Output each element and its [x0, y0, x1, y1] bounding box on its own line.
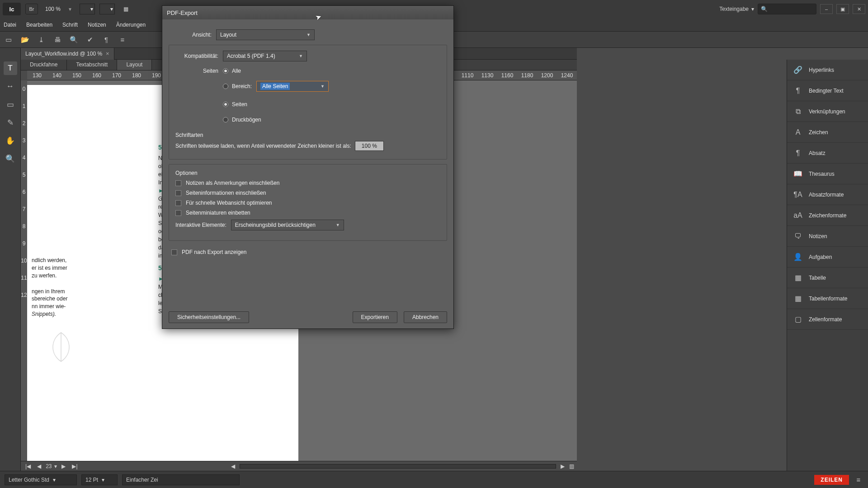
cell-icon: ▢: [793, 315, 803, 324]
export-button[interactable]: Exportieren: [353, 311, 397, 323]
panel-paragraph[interactable]: ¶Absatz: [787, 143, 868, 164]
panel-table-styles[interactable]: ▦Tabellenformate: [787, 288, 868, 309]
checkbox-icon: [175, 190, 181, 196]
radio-range[interactable]: Bereich:: [223, 83, 252, 89]
list-icon[interactable]: ≡: [118, 35, 127, 45]
panel-links[interactable]: ⧉Verknüpfungen: [787, 101, 868, 122]
panel-cell-styles[interactable]: ▢Zellenformate: [787, 309, 868, 330]
panel-table[interactable]: ▦Tabelle: [787, 267, 868, 288]
menu-changes[interactable]: Änderungen: [116, 22, 146, 28]
dialog-titlebar[interactable]: PDF-Export: [162, 6, 453, 19]
check-pageinfo[interactable]: Seiteninformationen einschließen: [175, 190, 440, 196]
chevron-down-icon: ▼: [321, 84, 325, 89]
overflow-indicator[interactable]: ZEILEN: [814, 475, 849, 485]
panel-hyperlinks[interactable]: 🔗Hyperlinks: [787, 60, 868, 80]
tab-story[interactable]: Textabschnitt: [67, 60, 117, 70]
pages-label: Seiten: [175, 68, 223, 74]
spellcheck-icon[interactable]: ✔: [85, 35, 95, 45]
chain-icon: ⧉: [793, 108, 803, 116]
compat-dropdown[interactable]: Acrobat 5 (PDF 1.4)▼: [223, 51, 307, 61]
radio-pages-unit[interactable]: Seiten: [223, 101, 247, 108]
note-tool[interactable]: ▭: [4, 98, 17, 111]
first-page-button[interactable]: |◀: [24, 463, 33, 469]
interactive-label: Interaktive Elemente:: [175, 222, 226, 228]
table-icon: ▦: [793, 273, 803, 282]
type-tool[interactable]: T: [4, 61, 17, 75]
check-thumbs[interactable]: Seitenminiaturen einbetten: [175, 210, 440, 216]
split-view-icon[interactable]: ▥: [569, 463, 574, 469]
panel-notes[interactable]: 🗨Notizen: [787, 226, 868, 247]
style-dropdown[interactable]: Einfacher Zei: [122, 474, 240, 485]
interactive-dropdown[interactable]: Erscheinungsbild berücksichtigen▼: [231, 220, 344, 230]
zoom-tool[interactable]: 🔍: [4, 152, 17, 165]
scroll-left-button[interactable]: ◀: [229, 463, 237, 469]
eyedropper-tool[interactable]: ✎: [4, 116, 17, 129]
menu-type[interactable]: Schrift: [62, 22, 78, 28]
find-icon[interactable]: 🔍: [69, 35, 79, 45]
position-tool[interactable]: ↔: [4, 80, 17, 93]
save-icon[interactable]: ⤓: [36, 35, 46, 45]
checkbox-icon: [175, 210, 181, 216]
text-mode-label: Texteingabe: [719, 6, 749, 12]
fonts-threshold-input[interactable]: [355, 141, 384, 151]
new-icon[interactable]: ▭: [4, 35, 14, 45]
book-icon: 📖: [793, 169, 803, 178]
status-bar: Letter Gothic Std▾ 12 Pt▾ Einfacher Zei …: [0, 471, 868, 488]
menu-edit[interactable]: Bearbeiten: [26, 22, 52, 28]
window-maximize-button[interactable]: ▣: [836, 4, 849, 14]
menu-notes[interactable]: Notizen: [88, 22, 106, 28]
panel-thesaurus[interactable]: 📖Thesaurus: [787, 164, 868, 184]
security-settings-button[interactable]: Sicherheitseinstellungen...: [169, 311, 249, 323]
tab-galley[interactable]: Druckfahne: [21, 60, 67, 70]
scrollbar-horizontal[interactable]: [240, 464, 556, 469]
panel-paragraph-styles[interactable]: ¶AAbsatzformate: [787, 184, 868, 205]
close-icon[interactable]: ×: [106, 50, 109, 57]
last-page-button[interactable]: ▶|: [70, 463, 79, 469]
range-dropdown[interactable]: Alle Seiten▼: [256, 81, 329, 92]
print-icon[interactable]: 🖶: [52, 35, 62, 45]
size-dropdown[interactable]: 12 Pt▾: [81, 474, 118, 485]
prev-page-button[interactable]: ◀: [35, 463, 43, 469]
view-dropdown[interactable]: Layout▼: [216, 29, 315, 40]
radio-spreads-unit[interactable]: Druckbögen: [223, 117, 261, 123]
fonts-threshold-label: Schriften teilweise laden, wenn Anteil v…: [175, 143, 351, 149]
document-tab-label: Layout_Workflow.indd @ 100 %: [25, 51, 102, 57]
check-fastweb[interactable]: Für schnelle Webansicht optimieren: [175, 200, 440, 206]
text-mode-dropdown[interactable]: Texteingabe ▾: [719, 6, 754, 12]
window-close-button[interactable]: ✕: [853, 4, 865, 14]
cancel-button[interactable]: Abbrechen: [404, 311, 447, 323]
assign-icon: 👤: [793, 253, 803, 261]
pilcrow-icon[interactable]: ¶: [101, 35, 111, 45]
radio-all-pages[interactable]: Alle: [223, 68, 241, 74]
scroll-right-button[interactable]: ▶: [559, 463, 566, 469]
menu-icon[interactable]: ≡: [854, 475, 863, 485]
check-notes[interactable]: Notizen als Anmerkungen einschließen: [175, 180, 440, 186]
view-dropdown-2[interactable]: ▾: [99, 4, 115, 14]
radio-icon: [223, 117, 228, 122]
chevron-down-icon: ▼: [336, 223, 340, 227]
tab-layout[interactable]: Layout: [117, 60, 152, 70]
document-tab[interactable]: Layout_Workflow.indd @ 100 % ×: [21, 48, 114, 60]
panel-conditional-text[interactable]: ¶Bedingter Text: [787, 80, 868, 101]
open-icon[interactable]: 📂: [20, 35, 30, 45]
next-page-button[interactable]: ▶: [60, 463, 67, 469]
panel-character[interactable]: AZeichen: [787, 122, 868, 143]
layout-icon[interactable]: ▦: [119, 4, 132, 14]
window-minimize-button[interactable]: –: [820, 4, 833, 14]
character-icon: A: [793, 128, 803, 136]
paragraph-icon: ¶: [793, 149, 803, 157]
chevron-down-icon: ▼: [68, 7, 72, 12]
zoom-dropdown[interactable]: 100 % ▼: [42, 4, 75, 14]
menu-file[interactable]: Datei: [4, 22, 16, 28]
view-dropdown-1[interactable]: ▾: [80, 4, 95, 14]
bridge-button[interactable]: Br: [25, 4, 38, 14]
panel-character-styles[interactable]: aAZeichenformate: [787, 205, 868, 226]
app-logo: Ic: [3, 3, 21, 15]
hand-tool[interactable]: ✋: [4, 134, 17, 147]
font-dropdown[interactable]: Letter Gothic Std▾: [5, 474, 77, 485]
zoom-value: 100 %: [45, 6, 61, 12]
check-view-after[interactable]: PDF nach Export anzeigen: [171, 249, 447, 255]
page-number[interactable]: 23: [46, 463, 52, 469]
panel-assignments[interactable]: 👤Aufgaben: [787, 247, 868, 267]
search-input[interactable]: 🔍: [758, 4, 816, 14]
